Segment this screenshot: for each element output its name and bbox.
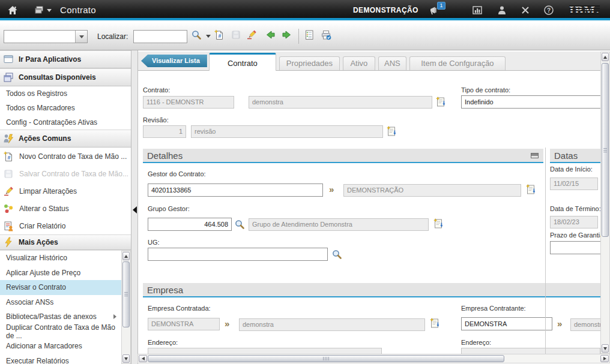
report-list-icon[interactable] xyxy=(304,29,317,43)
localizar-input[interactable] xyxy=(133,30,187,43)
long-description-icon[interactable] xyxy=(387,126,397,137)
reports-chart-icon[interactable] xyxy=(472,5,483,16)
ug-label: UG: xyxy=(148,239,160,246)
action-duplicar-contrato[interactable]: Duplicar Contrato de Taxa de Mão de ... xyxy=(0,324,121,339)
applications-menu-icon[interactable] xyxy=(34,5,44,16)
action-criar-relatorio[interactable]: Criar Relatório xyxy=(0,217,131,234)
tipo-contrato-input[interactable] xyxy=(461,95,600,109)
mais-acoes-list: Visualizar Histórico Aplicar Ajuste de P… xyxy=(0,250,131,364)
action-revisar-contrato[interactable]: Revisar o Contrato xyxy=(0,280,121,295)
action-novo-contrato[interactable]: Novo Contrato de Taxa de Mão ... xyxy=(0,148,131,165)
long-description-icon[interactable] xyxy=(430,318,441,329)
action-adicionar-marcadores[interactable]: Adicionar a Marcadores xyxy=(0,339,121,354)
visualizar-lista-button[interactable]: Visualizar Lista xyxy=(141,55,207,67)
home-icon[interactable] xyxy=(7,5,18,16)
action-biblioteca-anexos[interactable]: Biblioteca/Pastas de anexos xyxy=(0,309,121,324)
scroll-up-button[interactable] xyxy=(122,252,130,260)
logout-close-icon[interactable] xyxy=(520,5,531,16)
action-aplicar-ajuste[interactable]: Aplicar Ajuste de Preço xyxy=(0,266,121,281)
endereco-left-label: Endereço: xyxy=(148,339,178,346)
tab-propriedades[interactable]: Propriedades xyxy=(279,56,340,70)
action-limpar-alteracoes[interactable]: Limpar Alterações xyxy=(0,182,131,200)
action-alterar-status[interactable]: Alterar o Status xyxy=(0,200,131,217)
scrollbar-thumb[interactable] xyxy=(602,63,609,237)
sidebar-item-todos-registros[interactable]: Todos os Registros xyxy=(0,86,131,101)
ug-input[interactable] xyxy=(148,248,328,261)
item-label: Todos os Marcadores xyxy=(6,104,75,112)
action-label: Adicionar a Marcadores xyxy=(6,342,82,350)
prazo-garantia-input[interactable] xyxy=(550,241,600,254)
scroll-up-button[interactable] xyxy=(602,53,609,61)
new-record-icon[interactable] xyxy=(214,29,227,43)
detail-chevron-icon[interactable]: » xyxy=(225,318,229,329)
sidebar-section-go-to-apps[interactable]: Ir Para Aplicativos xyxy=(0,50,131,68)
contrato-desc-field: demonstra xyxy=(249,96,432,109)
data-inicio-field: 11/02/15 xyxy=(550,178,598,190)
applications-menu-caret-icon[interactable] xyxy=(47,9,52,12)
search-icon[interactable] xyxy=(191,29,204,43)
gestor-input[interactable] xyxy=(148,183,323,197)
detail-chevron-icon[interactable]: » xyxy=(329,184,333,194)
detalhes-section-header: Detalhes xyxy=(143,149,543,163)
contratante-input[interactable] xyxy=(461,317,552,330)
person-lightning-icon xyxy=(3,133,14,144)
action-executar-relatorios[interactable]: Executar Relatórios xyxy=(0,354,121,364)
action-label: Salvar Contrato de Taxa de Mão... xyxy=(19,170,128,178)
action-associar-anss[interactable]: Associar ANSs xyxy=(0,295,121,310)
chevron-down-icon xyxy=(79,35,84,38)
long-description-icon[interactable] xyxy=(526,184,537,195)
tab-ans[interactable]: ANS xyxy=(378,56,406,70)
sidebar-section-consultas[interactable]: Consultas Disponíveis xyxy=(0,68,131,86)
action-visualizar-historico[interactable]: Visualizar Histórico xyxy=(0,251,121,266)
action-label: Limpar Alterações xyxy=(19,187,77,195)
action-label: Criar Relatório xyxy=(19,222,65,230)
action-label: Novo Contrato de Taxa de Mão ... xyxy=(19,152,127,161)
scrollbar-thumb[interactable] xyxy=(148,355,504,362)
print-icon[interactable] xyxy=(321,29,334,43)
main-vertical-scrollbar[interactable] xyxy=(600,52,610,354)
record-select-combobox[interactable] xyxy=(4,30,88,43)
sidebar-item-todos-marcadores[interactable]: Todos os Marcadores xyxy=(0,101,131,115)
sidebar-section-mais-acoes[interactable]: Mais Ações xyxy=(0,234,131,250)
grupo-gestor-input[interactable] xyxy=(148,218,232,231)
clear-changes-icon[interactable] xyxy=(246,29,259,43)
scroll-right-button[interactable] xyxy=(600,355,609,362)
save-record-icon xyxy=(231,29,244,43)
action-label: Associar ANSs xyxy=(6,298,53,306)
main-horizontal-scrollbar[interactable] xyxy=(137,354,610,363)
profile-icon[interactable] xyxy=(497,5,507,16)
sidebar-section-acoes-comuns[interactable]: Ações Comuns xyxy=(0,130,131,148)
tab-contrato[interactable]: Contrato xyxy=(209,53,276,71)
panel-divider[interactable] xyxy=(131,50,138,364)
empresa-contratada-label: Empresa Contratada: xyxy=(148,305,211,312)
lookup-magnifier-icon[interactable] xyxy=(234,219,245,230)
gestor-label: Gestor do Contrato: xyxy=(148,170,206,178)
sidebar-scrollbar[interactable] xyxy=(121,251,131,364)
search-options-caret-icon[interactable] xyxy=(206,35,211,38)
scroll-left-button[interactable] xyxy=(139,355,147,362)
tab-item-configuracao[interactable]: Item de Confguração xyxy=(409,56,506,70)
scrollbar-thumb[interactable] xyxy=(122,261,130,327)
previous-record-icon[interactable] xyxy=(265,29,278,43)
section-title: Datas xyxy=(554,151,578,161)
collapse-sidebar-icon[interactable] xyxy=(133,206,137,213)
action-label: Revisar o Contrato xyxy=(6,283,66,291)
action-label: Duplicar Contrato de Taxa de Mão de ... xyxy=(6,323,121,340)
record-select-value xyxy=(4,31,75,43)
environment-name: DEMONSTRAÇÃO xyxy=(353,6,418,14)
long-description-icon[interactable] xyxy=(436,97,447,107)
lookup-magnifier-icon[interactable] xyxy=(331,249,342,260)
section-label: Consultas Disponíveis xyxy=(19,73,96,82)
minimize-section-icon[interactable] xyxy=(531,153,539,158)
tab-ativo[interactable]: Ativo xyxy=(343,56,375,70)
scroll-down-button[interactable] xyxy=(602,344,609,353)
sidebar-item-config-contratacoes[interactable]: Config - Contratações Ativas xyxy=(0,115,131,130)
scroll-down-button[interactable] xyxy=(122,354,130,363)
combobox-dropdown-button[interactable] xyxy=(75,31,87,43)
next-record-icon[interactable] xyxy=(282,29,295,43)
contratada-field: DEMONSTRA xyxy=(148,318,220,330)
grupo-gestor-desc-field: Grupo de Atendimento Demonstra xyxy=(249,218,429,231)
help-icon[interactable] xyxy=(543,5,554,16)
empresa-section-header: Empresa xyxy=(143,283,600,297)
long-description-icon[interactable] xyxy=(433,218,444,229)
